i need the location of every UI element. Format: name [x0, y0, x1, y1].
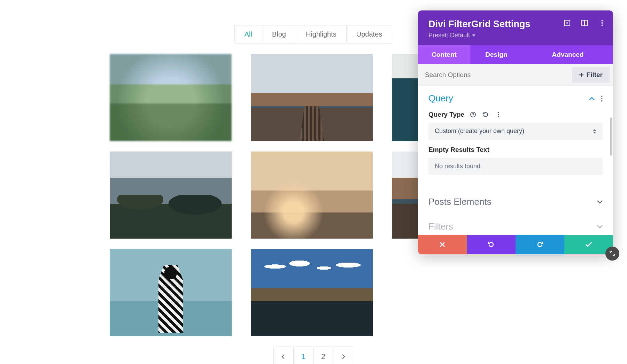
panel-header: Divi FilterGrid Settings Preset: Default — [418, 10, 613, 45]
svg-point-6 — [601, 25, 603, 26]
more-icon[interactable] — [494, 111, 502, 118]
section-title: Posts Elements — [428, 196, 491, 207]
expand-icon[interactable] — [564, 20, 571, 26]
query-type-value: Custom (create your own query) — [435, 127, 524, 135]
undo-button[interactable] — [467, 235, 516, 254]
plus-icon — [579, 72, 584, 77]
filter-tab-all[interactable]: All — [234, 25, 262, 44]
panel-tabs: Content Design Advanced — [418, 45, 613, 64]
reset-icon[interactable] — [482, 111, 489, 118]
check-icon — [585, 242, 592, 247]
panel-preset-label: Preset: Default — [428, 32, 470, 39]
search-row: Filter — [418, 64, 613, 86]
grid-item[interactable] — [251, 152, 373, 239]
grid-item[interactable] — [110, 54, 232, 141]
filter-button-label: Filter — [587, 71, 603, 79]
pagination-prev[interactable] — [273, 347, 294, 364]
grid-item[interactable] — [251, 249, 373, 336]
tab-advanced[interactable]: Advanced — [522, 45, 613, 64]
chevron-right-icon — [340, 354, 346, 359]
filter-button[interactable]: Filter — [572, 67, 610, 83]
svg-point-12 — [497, 112, 499, 113]
section-posts-elements-header[interactable]: Posts Elements — [418, 189, 613, 214]
tab-content[interactable]: Content — [418, 45, 470, 64]
caret-down-icon — [472, 34, 475, 37]
grid-item[interactable] — [110, 152, 232, 239]
search-input[interactable] — [418, 65, 572, 85]
chevron-down-icon — [597, 225, 603, 229]
pagination-page[interactable]: 2 — [313, 347, 333, 364]
query-type-label: Query Type — [428, 111, 464, 118]
grid-item[interactable] — [110, 249, 232, 336]
svg-point-7 — [601, 95, 603, 97]
svg-point-8 — [601, 98, 603, 99]
pagination: 1 2 — [0, 347, 627, 364]
empty-results-label: Empty Results Text — [428, 146, 603, 154]
svg-point-1 — [566, 22, 568, 24]
filter-tab-blog[interactable]: Blog — [262, 25, 296, 44]
svg-point-13 — [497, 114, 499, 115]
section-title: Query — [428, 93, 453, 104]
svg-point-14 — [497, 116, 499, 117]
section-title: Filters — [428, 221, 453, 232]
resize-handle[interactable] — [605, 247, 619, 261]
select-caret-icon — [593, 129, 596, 133]
tab-design[interactable]: Design — [470, 45, 522, 64]
redo-button[interactable] — [516, 235, 564, 254]
more-icon[interactable] — [598, 20, 605, 26]
undo-icon — [487, 241, 495, 248]
more-icon[interactable] — [601, 95, 603, 102]
panel-body: Query Query Type ? Custom (create your o… — [418, 86, 613, 235]
grid-item[interactable] — [251, 54, 373, 141]
settings-panel: Divi FilterGrid Settings Preset: Default… — [418, 10, 613, 254]
section-query-content: Query Type ? Custom (create your own que… — [418, 111, 613, 189]
chevron-up-icon — [589, 97, 595, 100]
filter-tab-updates[interactable]: Updates — [346, 25, 393, 44]
chevron-left-icon — [281, 354, 286, 359]
svg-point-4 — [601, 20, 603, 22]
close-icon — [439, 241, 446, 248]
redo-icon — [536, 241, 544, 248]
svg-point-5 — [601, 22, 603, 24]
close-button[interactable] — [418, 235, 467, 254]
pagination-next[interactable] — [333, 347, 353, 364]
resize-icon — [609, 250, 616, 257]
scrollbar[interactable] — [610, 117, 612, 156]
panel-footer — [418, 235, 613, 254]
chevron-down-icon — [597, 200, 603, 204]
svg-point-9 — [601, 100, 603, 101]
empty-results-input[interactable]: No results found. — [428, 158, 603, 175]
filter-tab-highlights[interactable]: Highlights — [296, 25, 347, 44]
query-type-label-row: Query Type ? — [428, 111, 603, 118]
section-filters-header[interactable]: Filters — [418, 214, 613, 232]
svg-text:?: ? — [472, 113, 474, 117]
panel-preset[interactable]: Preset: Default — [428, 32, 603, 39]
section-query-header[interactable]: Query — [418, 86, 613, 111]
pagination-page[interactable]: 1 — [293, 347, 314, 364]
query-type-select[interactable]: Custom (create your own query) — [428, 123, 603, 140]
columns-icon[interactable] — [581, 20, 588, 26]
help-icon[interactable]: ? — [469, 111, 477, 118]
